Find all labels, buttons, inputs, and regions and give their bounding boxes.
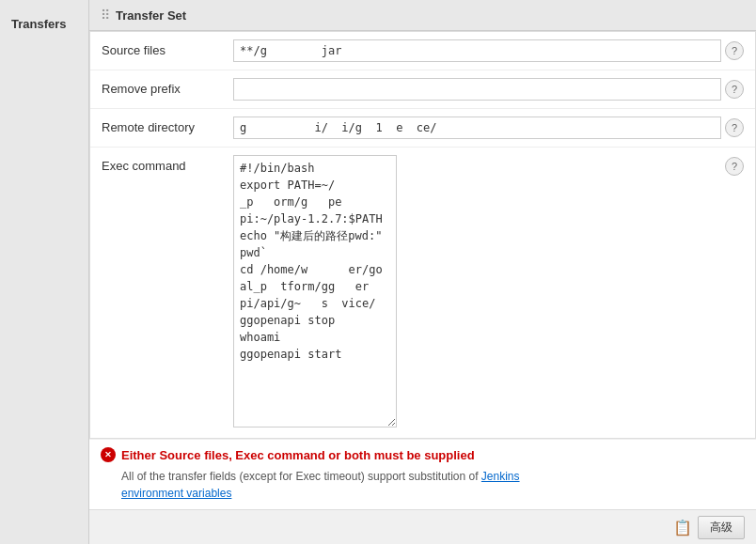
- info-text: All of the transfer fields (except for E…: [121, 468, 745, 502]
- remove-prefix-row: Remove prefix ?: [90, 70, 755, 109]
- source-files-control: ?: [233, 39, 744, 62]
- remote-directory-control: ?: [233, 117, 744, 139]
- remote-directory-input[interactable]: [233, 117, 721, 139]
- source-files-input[interactable]: [233, 39, 721, 62]
- remote-directory-row: Remote directory ?: [90, 109, 755, 148]
- exec-command-control: #!/bin/bash export PATH=~/ _p orm/g pe p…: [233, 155, 744, 430]
- main-container: Transfers ⠿ Transfer Set Source files ? …: [0, 0, 756, 544]
- error-icon: [101, 447, 116, 462]
- info-text-before: All of the transfer fields (except for E…: [121, 470, 481, 483]
- remove-prefix-control: ?: [233, 78, 744, 101]
- advanced-button[interactable]: 高级: [698, 516, 745, 539]
- remote-directory-label: Remote directory: [102, 117, 233, 134]
- remove-prefix-input[interactable]: [233, 78, 721, 101]
- drag-icon: ⠿: [101, 8, 110, 23]
- bottom-bar: 📋 高级: [89, 509, 756, 544]
- remote-directory-help-button[interactable]: ?: [725, 118, 744, 137]
- transfer-set-title: Transfer Set: [116, 8, 186, 23]
- source-files-help-button[interactable]: ?: [725, 41, 744, 60]
- source-files-label: Source files: [102, 39, 233, 57]
- exec-command-textarea[interactable]: #!/bin/bash export PATH=~/ _p orm/g pe p…: [233, 155, 397, 427]
- sidebar-label: Transfers: [0, 9, 88, 39]
- remove-prefix-help-button[interactable]: ?: [725, 80, 744, 99]
- transfer-set-header: ⠿ Transfer Set: [89, 0, 756, 31]
- exec-command-label: Exec command: [102, 155, 233, 173]
- exec-command-wrapper: #!/bin/bash export PATH=~/ _p orm/g pe p…: [233, 155, 721, 430]
- remove-prefix-label: Remove prefix: [102, 78, 233, 96]
- main-content: ⠿ Transfer Set Source files ? Remove pre…: [89, 0, 756, 544]
- error-text: Either Source files, Exec command or bot…: [121, 448, 475, 462]
- exec-command-help-button[interactable]: ?: [725, 157, 744, 176]
- exec-command-row: Exec command #!/bin/bash export PATH=~/ …: [90, 148, 755, 438]
- error-section: Either Source files, Exec command or bot…: [89, 439, 756, 509]
- left-sidebar: Transfers: [0, 0, 89, 544]
- clipboard-icon: 📋: [673, 519, 692, 536]
- error-message-row: Either Source files, Exec command or bot…: [101, 447, 745, 462]
- form-section: Source files ? Remove prefix ? Remote di…: [89, 31, 756, 439]
- source-files-row: Source files ?: [90, 32, 755, 70]
